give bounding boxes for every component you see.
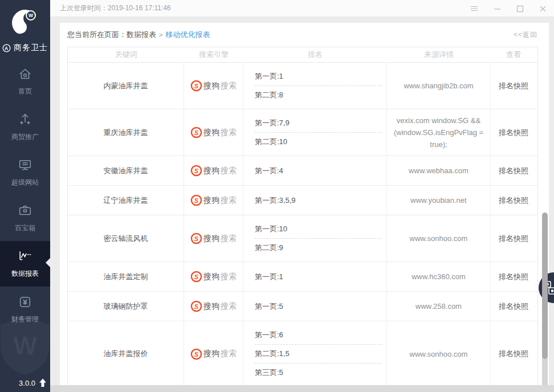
source-text: www.sonhoo.com <box>410 232 468 244</box>
svg-text:S: S <box>194 197 199 204</box>
breadcrumb-prefix: 您当前所在页面：数据报表 <box>67 30 156 40</box>
rank-snapshot-link[interactable]: 排名快照 <box>499 128 528 138</box>
engine-name-primary: 搜狗 <box>203 349 219 359</box>
svg-text:W: W <box>13 332 37 360</box>
scrollbar-thumb[interactable] <box>542 213 548 359</box>
keyword-text: 玻璃钢防护罩 <box>104 301 148 312</box>
engine-name-primary: 搜狗 <box>203 272 219 282</box>
rank-snapshot-link[interactable]: 排名快照 <box>499 81 528 91</box>
engine-cell: S 搜狗 搜索 <box>184 262 243 291</box>
version-label: 3.0.0 <box>19 379 35 387</box>
keyword-cell: 油库井盖定制 <box>68 262 184 291</box>
window-controls <box>463 0 554 17</box>
svg-text:S: S <box>194 235 199 242</box>
sidebar-item-label: 百宝箱 <box>15 223 35 233</box>
back-link[interactable]: <<返回 <box>514 30 537 40</box>
sidebar-item-promotion[interactable]: 商贸推广 <box>0 104 50 150</box>
close-icon <box>539 5 547 13</box>
view-cell: 排名快照 <box>491 156 536 185</box>
view-cell: 排名快照 <box>491 109 536 156</box>
table-row: 油库井盖定制 S 搜狗 搜索 第一页:1 www.hc360.com 排名快照 <box>68 262 537 292</box>
engine-cell: S 搜狗 搜索 <box>184 63 243 109</box>
rank-snapshot-link[interactable]: 排名快照 <box>499 234 528 244</box>
ranking-entry: 第三页:5 <box>255 364 382 382</box>
svg-text:S: S <box>194 83 199 89</box>
sidebar-item-website[interactable]: 超级网站 <box>0 150 50 195</box>
source-cell: vexix.com window.SG && (window.SG.isEngP… <box>387 109 491 156</box>
rank-snapshot-link[interactable]: 排名快照 <box>499 301 528 312</box>
ranking-entry: 第一页:10 <box>255 220 382 239</box>
engine-cell: S 搜狗 搜索 <box>184 292 243 321</box>
source-cell: www.webhaa.com <box>387 156 491 185</box>
ranking-entry: 第一页:5 <box>255 297 382 316</box>
view-cell: 排名快照 <box>491 215 536 262</box>
main-panel: 您当前所在页面：数据报表 > 移动优化报表 <<返回 关键词 搜索引擎 排名 来… <box>60 23 549 385</box>
scrollbar-track <box>542 358 548 385</box>
ranking-entry: 第一页:7,9 <box>255 114 382 133</box>
ranking-entry: 第二页:9 <box>255 239 382 257</box>
title-bar: 上次登录时间：2019-10-16 17:11:46 <box>50 0 554 17</box>
sidebar-item-label: 超级网站 <box>11 178 39 187</box>
sidebar-item-label: 首页 <box>18 87 32 96</box>
menu-icon <box>470 5 478 13</box>
sogou-logo-icon: S <box>190 232 202 244</box>
rank-snapshot-link[interactable]: 排名快照 <box>499 195 528 206</box>
svg-text:S: S <box>194 168 199 174</box>
table-row: 玻璃钢防护罩 S 搜狗 搜索 第一页:5 www.258.com 排名快照 <box>68 292 537 321</box>
engine-name-secondary: 搜索 <box>221 81 237 91</box>
rank-snapshot-link[interactable]: 排名快照 <box>499 166 528 176</box>
update-arrow-icon[interactable] <box>39 378 47 387</box>
keyword-cell: 重庆油库井盖 <box>68 109 184 156</box>
menu-button[interactable] <box>463 0 486 17</box>
ranking-cell: 第一页:1 <box>243 262 387 291</box>
keyword-text: 安徽油库井盖 <box>104 166 148 176</box>
toolbox-icon <box>18 203 32 218</box>
version-row: 3.0.0 <box>19 378 47 387</box>
maximize-button[interactable] <box>508 0 531 17</box>
sogou-logo-icon: S <box>190 165 202 177</box>
sidebar-item-toolbox[interactable]: 百宝箱 <box>0 195 50 241</box>
ranking-table: 关键词 搜索引擎 排名 来源详情 查看 内蒙油库井盖 S 搜狗 搜索 第一页:1… <box>67 47 538 385</box>
sidebar-nav: 首页 商贸推广 超级网站 <box>0 59 50 332</box>
close-button[interactable] <box>531 0 554 17</box>
source-cell: www.shangjib2b.com <box>387 63 491 109</box>
sidebar-item-reports[interactable]: 数据报表 <box>0 241 50 287</box>
engine-cell: S 搜狗 搜索 <box>184 215 243 262</box>
table-row: 重庆油库井盖 S 搜狗 搜索 第一页:7,9第二页:10 vexix.com w… <box>68 109 537 156</box>
sogou-logo-icon: S <box>190 126 202 138</box>
finance-icon <box>18 295 32 309</box>
ranking-cell: 第一页:1第二页:8 <box>243 63 387 109</box>
engine-name-secondary: 搜索 <box>221 195 237 206</box>
table-row: 安徽油库井盖 S 搜狗 搜索 第一页:4 www.webhaa.com 排名快照 <box>68 156 537 186</box>
last-login-text: 上次登录时间：2019-10-16 17:11:46 <box>60 3 171 13</box>
view-cell: 排名快照 <box>491 321 536 385</box>
engine-name-primary: 搜狗 <box>203 301 219 312</box>
sogou-logo-icon: S <box>190 80 202 92</box>
minimize-button[interactable] <box>486 0 508 17</box>
keyword-cell: 辽宁油库井盖 <box>68 186 184 215</box>
sidebar-item-home[interactable]: 首页 <box>0 59 50 104</box>
breadcrumb: 您当前所在页面：数据报表 > 移动优化报表 <<返回 <box>60 23 549 40</box>
source-text: www.258.com <box>416 300 462 312</box>
breadcrumb-current-link[interactable]: 移动优化报表 <box>165 30 210 40</box>
view-cell: 排名快照 <box>491 186 536 215</box>
rank-snapshot-link[interactable]: 排名快照 <box>499 349 528 359</box>
keyword-cell: 密云轴流风机 <box>68 215 184 262</box>
ranking-cell: 第一页:10第二页:9 <box>243 215 387 262</box>
ranking-entry: 第一页:1 <box>255 268 382 286</box>
breadcrumb-separator: > <box>159 31 162 38</box>
source-cell: www.youbian.net <box>387 186 491 215</box>
source-text: www.webhaa.com <box>409 165 469 177</box>
source-text: vexix.com window.SG && (window.SG.isEngP… <box>392 115 485 150</box>
engine-name-secondary: 搜索 <box>221 301 237 312</box>
brand-row: A 商务卫士 <box>0 43 50 53</box>
engine-name-primary: 搜狗 <box>203 195 219 206</box>
sidebar-item-label: 商贸推广 <box>11 132 39 142</box>
rank-snapshot-link[interactable]: 排名快照 <box>499 272 528 282</box>
svg-text:A: A <box>5 45 9 51</box>
table-row: 内蒙油库井盖 S 搜狗 搜索 第一页:1第二页:8 www.shangjib2b… <box>68 63 537 109</box>
engine-name-primary: 搜狗 <box>203 234 219 244</box>
engine-cell: S 搜狗 搜索 <box>184 109 243 156</box>
keyword-cell: 油库井盖报价 <box>68 321 184 385</box>
ranking-entry: 第一页:3,5,9 <box>255 191 382 210</box>
